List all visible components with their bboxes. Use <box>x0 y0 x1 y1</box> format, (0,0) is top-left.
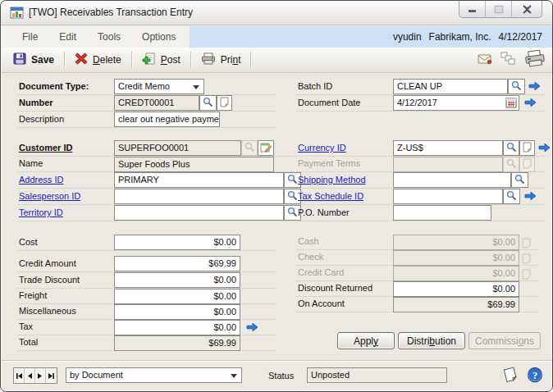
tax-label: Tax <box>19 321 33 331</box>
cash-label: Cash <box>298 236 319 246</box>
document-header-left: Document Type: Credit Memo Number CREDT0… <box>17 79 276 128</box>
check-field: $0.00 <box>393 250 519 266</box>
menu-file[interactable]: File <box>11 31 48 43</box>
notepad-pencil-icon <box>260 141 272 156</box>
tax-schedule-id-expansion-button[interactable] <box>523 189 537 204</box>
magnifier-icon <box>506 189 517 204</box>
cost-field[interactable]: $0.00 <box>114 235 240 250</box>
title-bar[interactable]: [TWO] Receivables Transaction Entry <box>1 1 552 25</box>
commissions-button: Commissions <box>468 332 541 349</box>
distribution-button[interactable]: Distribution <box>398 332 465 349</box>
credit-amount-field[interactable]: $69.99 <box>114 256 240 271</box>
trade-discount-field[interactable]: $0.00 <box>114 272 240 288</box>
document-type-dropdown[interactable]: Credit Memo <box>114 79 204 94</box>
credit-amount-label: Credit Amount <box>19 258 76 268</box>
territory-id-label[interactable]: Territory ID <box>19 207 63 217</box>
discount-returned-field[interactable]: $0.00 <box>393 281 519 297</box>
address-id-label[interactable]: Address ID <box>19 175 63 185</box>
menu-tools[interactable]: Tools <box>87 31 131 43</box>
freight-field[interactable]: $0.00 <box>114 289 240 304</box>
first-record-button[interactable] <box>14 368 25 383</box>
terms-section: Currency ID Z-US$ Payment Terms Shipping <box>296 139 544 221</box>
print-button[interactable]: Print <box>193 49 249 71</box>
cost-label: Cost <box>19 237 38 247</box>
save-icon <box>13 52 26 67</box>
currency-id-note-button[interactable] <box>519 140 535 156</box>
mail-icon[interactable] <box>478 53 492 68</box>
customer-id-lookup-button-disabled <box>241 140 258 156</box>
tax-schedule-id-field[interactable] <box>393 189 503 204</box>
currency-id-lookup-button[interactable] <box>503 140 519 156</box>
miscellaneous-field[interactable]: $0.00 <box>114 304 240 320</box>
po-number-field[interactable] <box>393 205 491 221</box>
currency-id-field[interactable]: Z-US$ <box>393 140 503 156</box>
blue-arrow-icon <box>246 321 258 335</box>
window-title: [TWO] Receivables Transaction Entry <box>29 7 193 18</box>
blue-arrow-icon <box>524 189 537 204</box>
cascade-windows-icon[interactable] <box>500 52 516 69</box>
territory-id-field[interactable] <box>114 205 284 221</box>
shipping-method-label[interactable]: Shipping Method <box>298 175 366 185</box>
payment-terms-field <box>393 157 503 172</box>
description-field[interactable]: clear out negative payment <box>114 112 220 127</box>
currency-id-label[interactable]: Currency ID <box>298 143 346 153</box>
document-date-field[interactable]: 4/12/2017 <box>393 95 519 111</box>
tax-field[interactable]: $0.00 <box>114 320 240 335</box>
session-user: vyudin <box>393 31 422 43</box>
address-id-field[interactable]: PRIMARY <box>114 172 284 188</box>
status-field: Unposted <box>307 367 447 383</box>
currency-id-expansion-button[interactable] <box>537 140 551 156</box>
po-number-label: P.O. Number <box>298 207 350 217</box>
number-field[interactable]: CREDT00001 <box>114 95 199 111</box>
record-note-icon[interactable] <box>502 366 520 387</box>
magnifier-icon <box>514 173 525 188</box>
toolbar-separator <box>190 52 191 68</box>
restore-button[interactable] <box>486 1 512 17</box>
tax-schedule-id-label[interactable]: Tax Schedule ID <box>298 191 363 201</box>
customer-id-label[interactable]: Customer ID <box>19 143 72 153</box>
discount-returned-label: Discount Returned <box>298 283 372 293</box>
number-note-button[interactable] <box>217 95 232 111</box>
batch-id-field[interactable]: CLEAN UP <box>393 79 508 94</box>
shipping-method-lookup-button[interactable] <box>511 172 528 188</box>
number-label: Number <box>19 98 53 107</box>
document-date-label: Document Date <box>298 98 360 107</box>
toolbar: Save Delete Post Print <box>2 48 553 73</box>
menu-bar: File Edit Tools Options View Help vyudin… <box>2 26 553 48</box>
next-record-button[interactable] <box>35 368 46 383</box>
previous-record-button[interactable] <box>25 368 35 383</box>
shipping-method-field[interactable] <box>393 172 511 188</box>
tax-schedule-id-lookup-button[interactable] <box>503 189 520 204</box>
batch-id-lookup-button[interactable] <box>508 79 525 94</box>
number-lookup-button[interactable] <box>199 95 217 111</box>
close-button[interactable] <box>512 1 542 17</box>
apply-button[interactable]: Apply <box>337 332 395 349</box>
save-button[interactable]: Save <box>5 49 62 71</box>
view-by-dropdown[interactable]: by Document <box>66 367 242 383</box>
batch-id-expansion-button[interactable] <box>527 79 542 94</box>
printer-icon[interactable] <box>523 50 546 71</box>
credit-card-label: Credit Card <box>298 267 344 277</box>
batch-id-label: Batch ID <box>298 81 332 91</box>
tax-expansion-button[interactable] <box>245 320 259 335</box>
salesperson-id-label[interactable]: Salesperson ID <box>19 191 80 201</box>
minimize-button[interactable] <box>459 1 486 17</box>
miscellaneous-label: Miscellaneous <box>19 306 76 316</box>
on-account-label: On Account <box>298 299 345 308</box>
help-icon[interactable]: ? <box>527 367 543 386</box>
calendar-icon[interactable] <box>505 98 517 111</box>
menu-options[interactable]: Options <box>131 31 186 43</box>
document-date-expansion-button[interactable] <box>523 95 537 111</box>
customer-id-field[interactable]: SUPERFOO0001 <box>114 140 241 156</box>
toolbar-separator <box>64 52 65 68</box>
svg-text:?: ? <box>532 370 537 381</box>
menu-edit[interactable]: Edit <box>48 31 87 43</box>
last-record-button[interactable] <box>46 368 57 383</box>
delete-button[interactable]: Delete <box>66 49 130 71</box>
salesperson-id-field[interactable] <box>114 189 284 204</box>
post-button[interactable]: Post <box>134 49 189 71</box>
chevron-down-icon <box>193 85 199 89</box>
customer-edit-button[interactable] <box>258 140 274 156</box>
footer-bar: by Document Status Unposted ? <box>2 362 553 392</box>
chevron-down-icon <box>231 374 237 378</box>
